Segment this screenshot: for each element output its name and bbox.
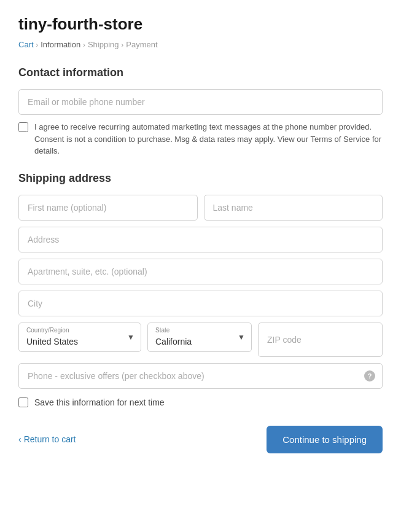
marketing-label: I agree to receive recurring automated m… — [34, 121, 383, 157]
state-group: State California ▼ — [147, 323, 252, 357]
email-field-group — [18, 89, 383, 115]
last-name-group — [204, 195, 383, 221]
save-info-row: Save this information for next time — [18, 397, 383, 407]
last-name-input[interactable] — [204, 195, 383, 221]
breadcrumb-shipping: Shipping — [88, 40, 119, 49]
country-region-group: Country/Region United States ▼ — [18, 323, 141, 357]
phone-group: ? — [18, 363, 383, 389]
breadcrumb-cart[interactable]: Cart — [18, 40, 34, 49]
return-to-cart-label: Return to cart — [24, 434, 76, 444]
state-select-wrapper[interactable]: State California ▼ — [147, 323, 252, 352]
first-name-group — [18, 195, 198, 221]
apartment-input[interactable] — [18, 259, 383, 284]
chevron-icon: › — [83, 41, 85, 49]
zip-input[interactable] — [258, 323, 383, 357]
shipping-section: Shipping address Country/Region United S… — [18, 172, 383, 407]
save-info-label: Save this information for next time — [34, 397, 165, 407]
name-row — [18, 195, 383, 227]
city-input[interactable] — [18, 291, 383, 316]
first-name-input[interactable] — [18, 195, 198, 221]
breadcrumb-information: Information — [41, 40, 80, 49]
help-icon[interactable]: ? — [364, 370, 375, 381]
shipping-section-title: Shipping address — [18, 172, 383, 185]
marketing-checkbox-row: I agree to receive recurring automated m… — [18, 121, 383, 157]
breadcrumb-payment: Payment — [126, 40, 157, 49]
email-input[interactable] — [18, 89, 383, 115]
chevron-icon: › — [36, 41, 39, 49]
country-select-wrapper[interactable]: Country/Region United States ▼ — [18, 323, 141, 352]
footer-row: ‹ Return to cart Continue to shipping — [18, 426, 383, 453]
state-select[interactable]: California — [148, 323, 251, 351]
chevron-left-icon: ‹ — [18, 434, 21, 444]
zip-group — [258, 323, 383, 357]
country-select[interactable]: United States — [19, 323, 141, 351]
address-group — [18, 227, 383, 252]
location-row: Country/Region United States ▼ State Cal… — [18, 323, 383, 357]
marketing-checkbox[interactable] — [18, 122, 28, 132]
contact-section-title: Contact information — [18, 66, 383, 79]
breadcrumb: Cart › Information › Shipping › Payment — [18, 40, 383, 49]
save-info-checkbox[interactable] — [18, 397, 28, 407]
continue-to-shipping-button[interactable]: Continue to shipping — [267, 426, 383, 453]
phone-input[interactable] — [18, 363, 383, 389]
address-input[interactable] — [18, 227, 383, 252]
chevron-icon: › — [122, 41, 124, 49]
return-to-cart-link[interactable]: ‹ Return to cart — [18, 434, 76, 444]
city-group — [18, 291, 383, 316]
store-title: tiny-fourth-store — [18, 15, 383, 34]
apartment-group — [18, 259, 383, 284]
